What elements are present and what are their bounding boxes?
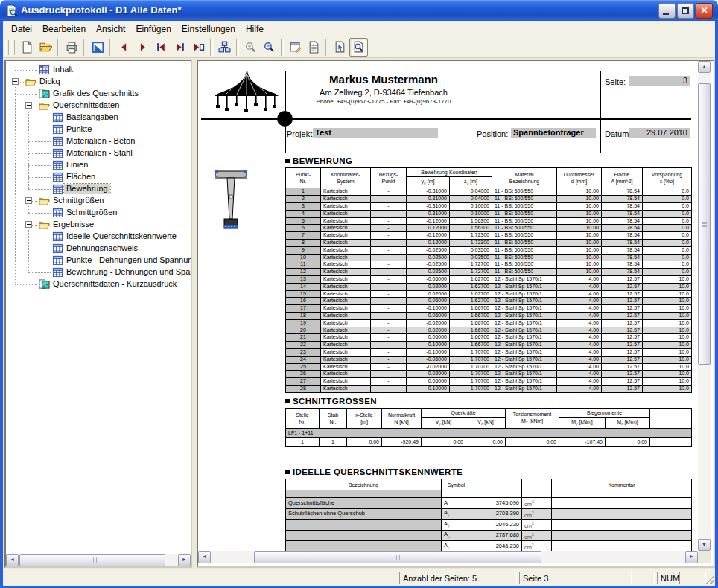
tree-item-inhalt[interactable]: Inhalt [6,64,191,76]
tree-item-grafik-des-querschnitts[interactable]: Grafik des Querschnitts [6,88,191,100]
tree-hscrollbar[interactable]: ◄ ► [6,554,191,566]
scroll-up-button[interactable]: ▲ [698,61,711,73]
menu-einstellungen[interactable]: Einstellungen [177,22,241,36]
preview-hscrollbar-thumb[interactable] [254,551,541,563]
tree-expander[interactable] [25,102,32,109]
tree-item-label: Punkte [64,124,94,134]
maximize-icon [682,7,689,14]
bewehrung-row: 6Kartesisch-0.120001.5630011 - BSt 500/5… [286,225,692,232]
datum-value: 29.07.2010 [629,128,690,138]
tree-item-label: Dickq [37,77,63,86]
tree-expander[interactable] [25,197,32,204]
kennwert-row: Az2046.230cm2 [286,520,692,531]
select-mode-button[interactable] [331,38,349,57]
tree-item-dickq[interactable]: Dickq [6,76,191,88]
col-vy: Vy [kN] [422,418,466,429]
tree-item-querschnittsdaten-kurzausdruck[interactable]: Querschnittsdaten - Kurzausdruck [6,278,191,290]
tree-expander[interactable] [25,221,32,228]
open-icon [39,41,52,54]
zoom-mode-button[interactable] [349,38,368,57]
next-page-button[interactable] [133,38,152,57]
tree-item-basisangaben[interactable]: Basisangaben [6,112,191,124]
menu-ansicht[interactable]: Ansicht [91,22,130,36]
tree-item-materialien-beton[interactable]: Materialien - Beton [6,135,191,147]
zoomsel-icon [352,41,365,54]
tree-item-label: Schnittgrößen [64,208,119,217]
page-setup-button[interactable] [305,38,323,57]
table-icon [52,243,63,254]
tree-item-flächen[interactable]: Flächen [6,171,191,183]
bewehrung-row: 2Kartesisch-0.310000.0400011 - BSt 500/5… [286,196,692,203]
menu-einfgen[interactable]: Einfügen [130,22,176,36]
tree-item-materialien-stahl[interactable]: Materialien - Stahl [6,147,191,159]
properties-button[interactable] [286,38,305,57]
bewehrung-row: 9Kartesisch--0.025000.0350011 - BSt 500/… [286,246,692,254]
toolbar-grip[interactable] [5,40,9,55]
status-num: NUM [657,572,677,584]
col-z0: z0 [m] [450,177,492,188]
tree-item-bewehrung[interactable]: Bewehrung [6,183,191,195]
tree-item-schnittgrößen[interactable]: Schnittgrößen [6,207,191,219]
menu-datei[interactable]: Datei [6,22,37,36]
toolbar-grip2[interactable] [11,40,15,55]
new-button[interactable] [18,38,36,57]
toolbar-separator [57,39,60,56]
tree-item-ergebnisse[interactable]: Ergebnisse [6,219,191,231]
preview-vscrollbar-thumb[interactable] [698,83,711,365]
tree-item-querschnittsdaten[interactable]: Querschnittsdaten [6,100,191,112]
tree-item-label: Materialien - Beton [64,136,137,146]
protocol-tree: InhaltDickqGrafik des QuerschnittsQuersc… [6,61,191,554]
table-icon [52,184,63,194]
prev-page-button[interactable] [115,38,133,57]
bewehrung-row: 14Kartesisch--0.020001.6270012 - Stahl S… [286,283,692,290]
scroll-left-button[interactable]: ◄ [198,551,211,563]
report-structure-button[interactable] [215,38,234,57]
scroll-right-button[interactable]: ► [178,554,191,566]
maximize-button[interactable] [677,3,694,19]
zoom-out-button[interactable] [260,38,279,57]
tree-item-label: Ergebnisse [51,220,96,229]
tree-connector [15,70,37,71]
tree-item-schnittgrößen[interactable]: Schnittgrößen [6,195,191,207]
first-page-button[interactable] [152,38,171,57]
graphic-view-button[interactable] [89,38,107,57]
tree-item-ideelle-querschnittskennwerte[interactable]: Ideelle Querschnittskennwerte [6,231,191,243]
tree-item-punkte-dehnungen-und-spannungen[interactable]: Punkte - Dehnungen und Spannungen [6,255,191,266]
scroll-right-button[interactable]: ► [685,551,698,563]
toolbar-separator [109,39,112,56]
zoom-in-button[interactable] [241,38,260,57]
tree-item-linien[interactable]: Linien [6,159,191,171]
menu-hilfe[interactable]: Hilfe [241,22,269,36]
col-stelle: StelleNr. [286,409,320,429]
end-icon [192,41,205,54]
minimize-button[interactable] [658,3,676,19]
bewehrung-row: 21Kartesisch-0.060001.6670012 - Stahl Sp… [286,334,692,342]
scroll-down-button[interactable]: ▼ [698,539,711,551]
bewehrung-row: 12Kartesisch-0.025001.7270011 - BSt 500/… [286,269,692,276]
toolbar-separator [210,39,213,56]
tree-hscrollbar-thumb[interactable] [19,554,165,566]
menu-bearbeiten[interactable]: Bearbeiten [37,22,91,36]
col-empty [650,409,692,429]
close-button[interactable]: ✕ [696,3,713,19]
tree-connector [28,213,51,214]
print-button[interactable] [63,38,81,57]
tree-expander[interactable] [12,78,19,85]
header-dot [277,111,293,127]
tree-item-label: Ideelle Querschnittskennwerte [64,231,179,241]
end-page-button[interactable] [189,38,208,57]
scroll-left-button[interactable]: ◄ [6,554,19,566]
position-label: Position: [477,130,508,138]
bewehrung-row: 17Kartesisch--0.100001.6670012 - Stahl S… [286,305,692,313]
tree-item-punkte[interactable]: Punkte [6,124,191,135]
col-einheit [522,479,552,490]
preview-vscrollbar[interactable]: ▲ ▼ [698,61,711,551]
col-punkt: Punkt-Nr. [286,168,321,188]
title-bar[interactable]: Ausdruckprotokoll - D1 Alle Daten* ✕ [0,0,718,21]
open-button[interactable] [36,38,55,57]
tree-item-dehnungsnachweis[interactable]: Dehnungsnachweis [6,243,191,255]
preview-hscrollbar[interactable]: ◄ ► [198,551,698,563]
tree-item-bewehrung-dehnungen-und-spannungen[interactable]: Bewehrung - Dehnungen und Spannungen [6,266,191,278]
last-page-button[interactable] [171,38,189,57]
bewehrung-row: 25Kartesisch--0.020001.7070012 - Stahl S… [286,363,692,371]
